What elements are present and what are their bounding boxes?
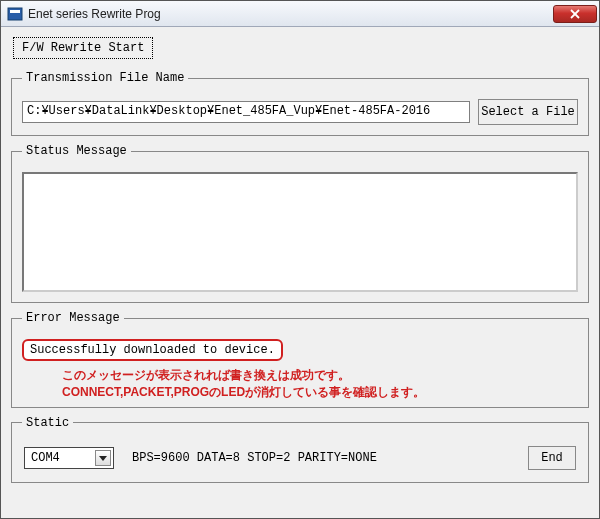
annotation-text: このメッセージが表示されれば書き換えは成功です。 CONNECT,PACKET,… <box>62 367 578 401</box>
select-file-button[interactable]: Select a File <box>478 99 578 125</box>
transmission-legend: Transmission File Name <box>22 71 188 85</box>
transmission-group: Transmission File Name C:¥Users¥DataLink… <box>11 71 589 136</box>
status-group: Status Message <box>11 144 589 303</box>
static-row: COM4 BPS=9600 DATA=8 STOP=2 PARITY=NONE … <box>22 444 578 472</box>
chevron-down-icon <box>95 450 111 466</box>
error-group: Error Message Successfully downloaded to… <box>11 311 589 408</box>
svg-marker-4 <box>99 456 107 461</box>
svg-rect-1 <box>10 10 20 13</box>
window-title: Enet series Rewrite Prog <box>28 7 553 21</box>
app-window: Enet series Rewrite Prog F/W Rewrite Sta… <box>0 0 600 519</box>
app-icon <box>7 6 23 22</box>
file-path-input[interactable]: C:¥Users¥DataLink¥Desktop¥Enet_485FA_Vup… <box>22 101 470 123</box>
static-group: Static COM4 BPS=9600 DATA=8 STOP=2 PARIT… <box>11 416 589 483</box>
svg-rect-0 <box>8 8 22 20</box>
close-button[interactable] <box>553 5 597 23</box>
titlebar: Enet series Rewrite Prog <box>1 1 599 27</box>
client-area: F/W Rewrite Start Transmission File Name… <box>1 27 599 518</box>
serial-params-text: BPS=9600 DATA=8 STOP=2 PARITY=NONE <box>132 451 377 465</box>
com-port-value: COM4 <box>31 451 60 465</box>
end-button[interactable]: End <box>528 446 576 470</box>
status-textarea[interactable] <box>22 172 578 292</box>
static-legend: Static <box>22 416 73 430</box>
annotation-line-1: このメッセージが表示されれば書き換えは成功です。 <box>62 367 578 384</box>
annotation-line-2: CONNECT,PACKET,PROGのLEDが消灯している事を確認します。 <box>62 384 578 401</box>
file-row: C:¥Users¥DataLink¥Desktop¥Enet_485FA_Vup… <box>22 99 578 125</box>
error-message-text: Successfully downloaded to device. <box>22 339 283 361</box>
error-legend: Error Message <box>22 311 124 325</box>
status-legend: Status Message <box>22 144 131 158</box>
com-port-select[interactable]: COM4 <box>24 447 114 469</box>
rewrite-start-button[interactable]: F/W Rewrite Start <box>13 37 153 59</box>
